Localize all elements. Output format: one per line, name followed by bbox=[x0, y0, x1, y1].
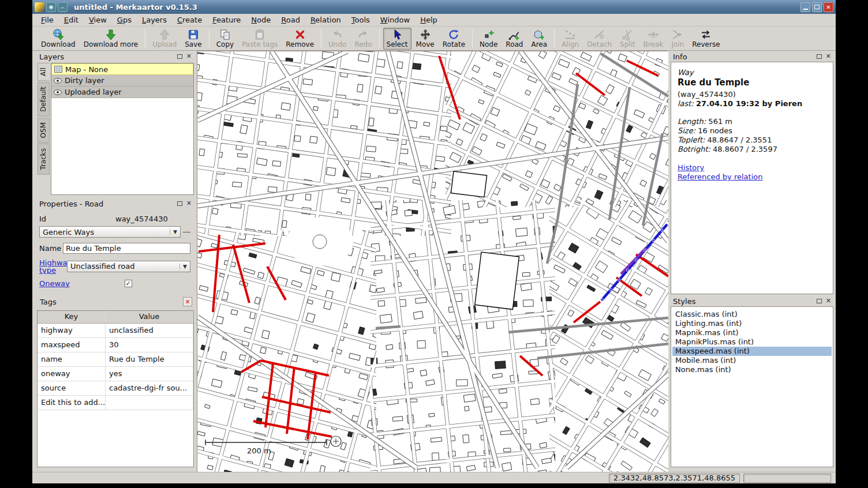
layers-dock-float-icon[interactable] bbox=[177, 54, 182, 59]
info-last-label: last: bbox=[678, 99, 694, 108]
tag-row[interactable]: onewayyes bbox=[38, 367, 193, 381]
menu-gps[interactable]: Gps bbox=[112, 14, 137, 25]
toolbar-button-label: Break bbox=[643, 41, 664, 48]
download-more-button[interactable]: Download more bbox=[80, 28, 142, 50]
tags-column-header: Value bbox=[106, 311, 193, 323]
info-dock-close-icon[interactable]: ✕ bbox=[826, 54, 831, 59]
highway-type-link[interactable]: Highway type bbox=[39, 259, 67, 274]
select-button[interactable]: Select bbox=[383, 28, 411, 50]
save-button[interactable]: Save bbox=[181, 28, 205, 50]
menu-file[interactable]: File bbox=[36, 14, 59, 25]
menu-window[interactable]: Window bbox=[375, 14, 415, 25]
visible-eye-icon[interactable] bbox=[54, 78, 62, 84]
road-button[interactable]: Road bbox=[502, 28, 526, 50]
move-button[interactable]: Move bbox=[413, 28, 438, 50]
id-label: Id bbox=[39, 215, 115, 223]
styles-dock-float-icon[interactable] bbox=[817, 299, 822, 303]
layers-dock-close-icon[interactable]: ✕ bbox=[186, 54, 192, 59]
style-item-maxspeed-mas-int[interactable]: Maxspeed.mas (int) bbox=[672, 347, 832, 356]
style-item-none-mas-int[interactable]: None.mas (int) bbox=[672, 365, 832, 374]
rotate-button[interactable]: Rotate bbox=[439, 28, 469, 50]
tags-header-row: KeyValue bbox=[38, 311, 193, 324]
info-field-label: Topleft: bbox=[678, 136, 705, 144]
tag-row[interactable]: Edit this to add... bbox=[38, 396, 193, 410]
menu-view[interactable]: View bbox=[84, 14, 112, 25]
layers-dock-header: Layers ✕ bbox=[37, 51, 194, 62]
join-button: Join bbox=[668, 28, 687, 50]
tag-cell: source bbox=[38, 381, 106, 395]
menu-help[interactable]: Help bbox=[415, 14, 443, 25]
resize-grip[interactable] bbox=[743, 474, 831, 483]
layer-item-uploaded-layer[interactable]: Uploaded layer bbox=[51, 87, 193, 98]
download-icon bbox=[52, 28, 65, 41]
feature-type-value: Generic Ways bbox=[43, 228, 94, 237]
toolbar-button-label: Area bbox=[531, 41, 547, 48]
toolbar-button-label: Download bbox=[41, 41, 76, 48]
properties-dock-close-icon[interactable]: ✕ bbox=[186, 201, 192, 207]
layers-tab-strip: AllDefaultOSMTracks bbox=[37, 63, 50, 176]
oneway-link[interactable]: Oneway bbox=[39, 279, 70, 288]
styles-dock-close-icon[interactable]: ✕ bbox=[826, 298, 831, 304]
download-button[interactable]: Download bbox=[38, 28, 79, 50]
oneway-checkbox[interactable] bbox=[125, 280, 132, 287]
tag-row[interactable]: sourcecadastre-dgi-fr sou... bbox=[38, 381, 193, 396]
info-field-label: Size: bbox=[678, 126, 695, 135]
copy-button[interactable]: Copy bbox=[213, 28, 237, 50]
layers-tab-all[interactable]: All bbox=[38, 63, 50, 81]
visible-eye-icon[interactable] bbox=[54, 89, 62, 95]
menu-layers[interactable]: Layers bbox=[137, 14, 172, 25]
splitter-handle[interactable] bbox=[183, 232, 190, 232]
area-button[interactable]: Area bbox=[527, 28, 551, 50]
toolbar-button-label: Redo bbox=[354, 41, 372, 48]
style-item-mobile-mas-int[interactable]: Mobile.mas (int) bbox=[672, 356, 832, 365]
tag-row[interactable]: maxspeed30 bbox=[38, 338, 193, 352]
layers-tab-osm[interactable]: OSM bbox=[38, 118, 50, 142]
remove-button[interactable]: Remove bbox=[282, 28, 317, 50]
tag-row[interactable]: nameRue du Temple bbox=[38, 352, 193, 367]
layer-item-dirty-layer[interactable]: Dirty layer bbox=[51, 75, 193, 87]
layers-tab-default[interactable]: Default bbox=[38, 82, 50, 117]
window-shade-button[interactable]: ︿ bbox=[58, 2, 68, 12]
tag-row[interactable]: highwayunclassified bbox=[38, 324, 193, 338]
layer-item-label: Map - None bbox=[65, 65, 108, 74]
properties-dock-float-icon[interactable] bbox=[177, 201, 182, 206]
toolbar-separator bbox=[321, 29, 321, 48]
menu-edit[interactable]: Edit bbox=[59, 14, 84, 25]
menu-node[interactable]: Node bbox=[246, 14, 276, 25]
maximize-button[interactable] bbox=[812, 2, 822, 12]
titlebar[interactable]: ◉ ︿ untitled - Merkaartor v0.15.3 ✕ bbox=[32, 0, 836, 14]
style-item-mapnikplus-mas-int[interactable]: MapnikPlus.mas (int) bbox=[672, 337, 832, 347]
highway-type-select[interactable]: Unclassified road ▼ bbox=[67, 261, 190, 272]
menu-tools[interactable]: Tools bbox=[346, 14, 375, 25]
map-layer-icon[interactable] bbox=[54, 66, 62, 73]
info-dock-float-icon[interactable] bbox=[817, 54, 822, 59]
road-icon bbox=[508, 28, 521, 41]
close-button[interactable]: ✕ bbox=[824, 2, 833, 12]
toolbar-button-label: Move bbox=[416, 41, 435, 48]
menu-road[interactable]: Road bbox=[276, 14, 305, 25]
menu-relation[interactable]: Relation bbox=[305, 14, 346, 25]
name-input[interactable] bbox=[63, 243, 190, 254]
window-title: untitled - Merkaartor v0.15.3 bbox=[74, 3, 197, 12]
node-button[interactable]: Node bbox=[476, 28, 501, 50]
layers-tab-tracks[interactable]: Tracks bbox=[38, 144, 50, 175]
info-feature-name: Rue du Temple bbox=[678, 77, 826, 88]
reverse-button[interactable]: Reverse bbox=[689, 28, 723, 50]
info-dock: Info ✕ Way Rue du Temple (way_4574430) l… bbox=[671, 51, 833, 294]
menu-create[interactable]: Create bbox=[172, 14, 207, 25]
minimize-button[interactable] bbox=[800, 2, 810, 12]
style-item-mapnik-mas-int[interactable]: Mapnik.mas (int) bbox=[672, 328, 832, 337]
join-icon bbox=[671, 28, 684, 41]
split-icon bbox=[621, 28, 634, 41]
menu-feature[interactable]: Feature bbox=[207, 14, 246, 25]
style-item-lighting-mas-int[interactable]: Lighting.mas (int) bbox=[672, 319, 832, 328]
info-field-value: 16 nodes bbox=[695, 126, 732, 135]
feature-type-select[interactable]: Generic Ways ▼ bbox=[39, 226, 181, 238]
link-history[interactable]: History bbox=[678, 163, 826, 172]
map-canvas[interactable]: 200 m bbox=[197, 51, 668, 472]
delete-tag-button[interactable]: ✕ bbox=[183, 297, 192, 306]
window-menu-button[interactable]: ◉ bbox=[46, 2, 56, 12]
layer-item-map-none[interactable]: Map - None bbox=[51, 63, 193, 75]
link-referenced-by-relation[interactable]: Referenced by relation bbox=[678, 172, 826, 182]
style-item-classic-mas-int[interactable]: Classic.mas (int) bbox=[672, 310, 832, 319]
